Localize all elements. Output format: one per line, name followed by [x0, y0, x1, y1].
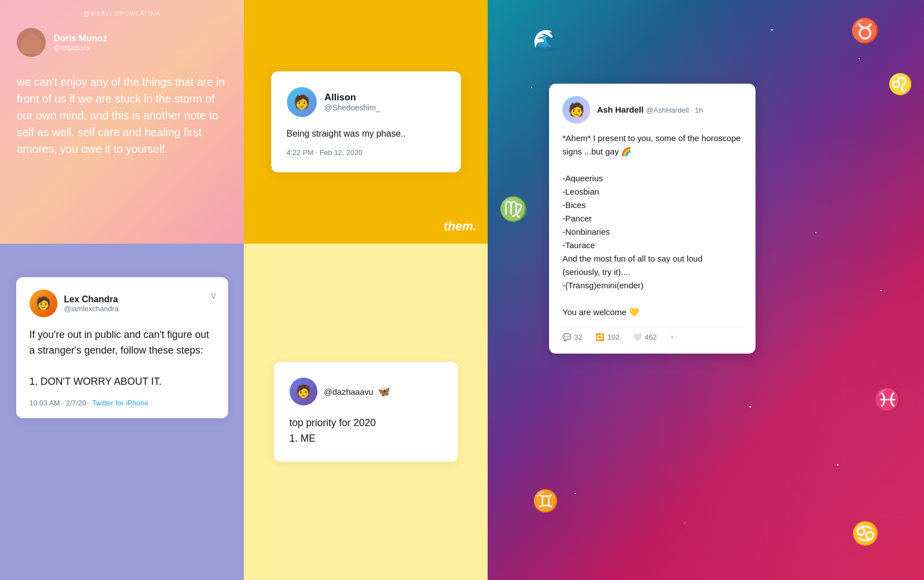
lex-user-info: Lex Chandra @iamlexchandra — [64, 294, 119, 313]
rt-name-row: Ash Hardell @AshHardell · 1h — [597, 105, 742, 115]
card-avatar: 🧑 — [287, 87, 317, 117]
rt-actions: 💬 32 🔁 102 🤍 462 ↑ — [562, 327, 742, 341]
daz-user-row: 🧑 @dazhaaavu 🦋 — [290, 378, 442, 405]
like-count: 462 — [644, 333, 657, 341]
pisces-icon: ♓ — [874, 386, 902, 413]
rt-name: Ash Hardell — [597, 105, 643, 114]
avatar — [17, 28, 46, 57]
daz-tweet-card: 🧑 @dazhaaavu 🦋 top priority for 2020 1. … — [274, 362, 458, 462]
rt-avatar: 🧑 — [562, 96, 590, 124]
user-info: Doris Munoz @mijadoris — [54, 33, 107, 52]
daz-user-info: @dazhaaavu 🦋 — [324, 385, 391, 398]
rt-handle: @AshHardell · 1h — [646, 106, 703, 114]
tweet-text: we can't enjoy any of the things that ar… — [17, 74, 227, 157]
top-mid-panel: 🧑 Allison @Shedoeshim_ Being straight wa… — [244, 0, 488, 244]
rt-action-like[interactable]: 🤍 462 — [633, 333, 657, 341]
card-timestamp: 4:22 PM · Feb 12, 2020 — [287, 148, 445, 157]
card-tweet-text: Being straight was my phase.. — [287, 127, 445, 141]
virgo-icon: ♍ — [499, 195, 528, 223]
source-link[interactable]: Twitter for iPhone — [92, 399, 148, 407]
like-icon: 🤍 — [633, 333, 642, 341]
cancer-icon: ♋ — [851, 520, 879, 547]
card-handle: @Shedoeshim_ — [325, 103, 381, 112]
daz-avatar: 🧑 — [290, 378, 317, 405]
butterfly-icon: 🦋 — [378, 386, 390, 397]
user-row: Doris Munoz @mijadoris — [17, 28, 227, 57]
lex-tweet-text: If you're out in public and can't figure… — [30, 327, 215, 390]
aquarius-icon: 🌊 — [532, 28, 559, 52]
retweet-icon: 🔁 — [595, 333, 604, 341]
them-logo: them. — [444, 219, 477, 234]
comment-icon: 💬 — [562, 333, 571, 341]
user-name: Doris Munoz — [54, 33, 107, 44]
chevron-icon: ∨ — [210, 289, 217, 302]
user-handle: @mijadoris — [54, 44, 107, 52]
allison-tweet-card: 🧑 Allison @Shedoeshim_ Being straight wa… — [271, 71, 461, 172]
lex-handle: @iamlexchandra — [64, 304, 119, 313]
daz-handle: @dazhaaavu 🦋 — [324, 385, 391, 398]
retweet-count: 102 — [607, 333, 619, 341]
ash-hardell-tweet-card: 🧑 Ash Hardell @AshHardell · 1h *Ahem* I … — [549, 84, 755, 354]
avatar-allison: 🧑 — [287, 87, 317, 117]
lex-timestamp: 10:03 AM · 2/7/20 · Twitter for iPhone — [30, 399, 215, 407]
rt-tweet-body: *Ahem* I present to you, some of the hor… — [562, 132, 742, 319]
lex-name: Lex Chandra — [64, 294, 119, 304]
card-name: Allison — [325, 92, 381, 103]
card-user-row: 🧑 Allison @Shedoeshim_ — [287, 87, 445, 117]
share-icon: ↑ — [670, 333, 674, 341]
comment-count: 32 — [574, 333, 582, 341]
bot-mid-panel: 🧑 @dazhaaavu 🦋 top priority for 2020 1. … — [244, 244, 488, 580]
card-user-info: Allison @Shedoeshim_ — [325, 92, 381, 112]
rt-action-retweet[interactable]: 🔁 102 — [595, 333, 619, 341]
lex-user-row: 🧑 Lex Chandra @iamlexchandra — [30, 289, 215, 317]
rt-handle-time: @AshHardell · 1h — [646, 106, 703, 114]
rt-action-share[interactable]: ↑ — [670, 333, 674, 341]
gemini-icon: ♊ — [532, 489, 559, 513]
right-panel: 🌊 ♉ ♌ ♍ ♓ ♊ ♋ 🧑 Ash Hardell @AshHardell … — [488, 0, 924, 580]
leo-icon: ♌ — [888, 72, 913, 96]
taurus-icon: ♉ — [850, 17, 879, 44]
lex-tweet-card: 🧑 Lex Chandra @iamlexchandra ∨ If you're… — [16, 277, 228, 418]
bot-left-panel: 🧑 Lex Chandra @iamlexchandra ∨ If you're… — [0, 244, 244, 580]
top-left-panel: @WEALLGROWLATINA Doris Munoz @mijadoris … — [0, 0, 244, 244]
watermark: @WEALLGROWLATINA — [84, 10, 161, 17]
rt-user-row: 🧑 Ash Hardell @AshHardell · 1h — [562, 96, 742, 124]
rt-user-info: Ash Hardell @AshHardell · 1h — [597, 105, 742, 115]
daz-tweet-text: top priority for 2020 1. ME — [290, 415, 442, 447]
lex-avatar: 🧑 — [30, 289, 57, 317]
timestamp-text: 10:03 AM · 2/7/20 — [30, 399, 86, 407]
rt-action-comment[interactable]: 💬 32 — [562, 333, 582, 341]
